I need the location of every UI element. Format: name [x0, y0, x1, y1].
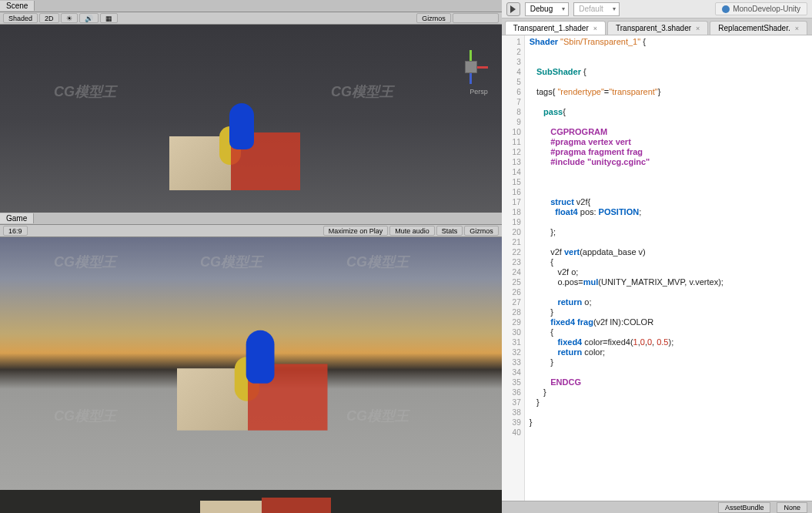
code-line[interactable]: v2f vert(appdata_base v) [530, 247, 807, 257]
line-number: 19 [502, 217, 524, 227]
2d-toggle[interactable]: 2D [39, 13, 59, 23]
code-line[interactable]: struct v2f{ [530, 197, 807, 207]
code-line[interactable]: } [530, 357, 807, 367]
mute-audio-toggle[interactable]: Mute audio [389, 226, 435, 236]
code-line[interactable] [530, 217, 807, 227]
file-tab-2[interactable]: ReplacementShader.× [710, 21, 807, 35]
code-line[interactable]: fixed4 color=fixed4(1,0,0, 0.5); [530, 337, 807, 347]
game-tab-bar: Game [0, 213, 502, 225]
code-line[interactable]: { [530, 257, 807, 267]
maximize-on-play-toggle[interactable]: Maximize on Play [323, 226, 389, 236]
close-icon[interactable]: × [593, 25, 597, 32]
watermark: CG模型王 [346, 253, 409, 271]
close-icon[interactable]: × [696, 25, 700, 32]
code-line[interactable]: } [530, 307, 807, 317]
code-line[interactable]: float4 pos: POSITION; [530, 207, 807, 217]
watermark: CG模型王 [346, 407, 409, 425]
line-number: 25 [502, 277, 524, 287]
debug-dropdown[interactable]: Debug [525, 2, 569, 16]
line-number: 13 [502, 157, 524, 167]
line-number: 35 [502, 377, 524, 387]
assetbundle-label[interactable]: AssetBundle [718, 502, 771, 513]
code-line[interactable] [530, 77, 807, 87]
perspective-label[interactable]: Persp [469, 88, 488, 96]
line-number: 16 [502, 187, 524, 197]
file-tab-label: Transparent_3.shader [616, 24, 691, 32]
code-line[interactable]: }; [530, 227, 807, 237]
code-line[interactable] [530, 117, 807, 127]
code-line[interactable] [530, 97, 807, 107]
scene-viewport[interactable]: Persp CG模型王 CG模型王 [0, 25, 502, 213]
code-line[interactable] [530, 237, 807, 247]
code-line[interactable]: o.pos=mul(UNITY_MATRIX_MVP, v.vertex); [530, 277, 807, 287]
code-line[interactable]: { [530, 327, 807, 337]
line-number: 11 [502, 137, 524, 147]
code-line[interactable] [530, 167, 807, 177]
code-line[interactable]: fixed4 frag(v2f IN):COLOR [530, 317, 807, 327]
code-line[interactable] [530, 287, 807, 297]
ide-app-label[interactable]: MonoDevelop-Unity [715, 2, 807, 15]
code-line[interactable]: v2f o; [530, 267, 807, 277]
code-line[interactable]: return o; [530, 297, 807, 307]
close-icon[interactable]: × [795, 25, 799, 32]
game-tab[interactable]: Game [0, 213, 34, 223]
code-line[interactable] [530, 407, 807, 417]
reflection-red [262, 498, 331, 513]
audio-toggle[interactable]: 🔊 [79, 13, 99, 23]
code-line[interactable]: Shader "Sbin/Transparent_1" { [530, 37, 807, 47]
shading-dropdown[interactable]: Shaded [3, 13, 38, 23]
game-viewport[interactable]: CG模型王 CG模型王 CG模型王 CG模型王 CG模型王 [0, 237, 502, 513]
line-number: 1 [502, 37, 524, 47]
code-line[interactable] [530, 57, 807, 67]
line-number: 6 [502, 87, 524, 97]
ide-app-name: MonoDevelop-Unity [733, 5, 800, 13]
watermark: CG模型王 [54, 82, 116, 101]
game-gizmos-dropdown[interactable]: Gizmos [464, 226, 499, 236]
code-content[interactable]: Shader "Sbin/Transparent_1" { SubShader … [525, 35, 812, 501]
line-gutter: 1234567891011121314151617181920212223242… [502, 35, 525, 501]
reflection-beige [200, 501, 262, 513]
code-line[interactable]: CGPROGRAM [530, 127, 807, 137]
code-line[interactable]: } [530, 397, 807, 407]
file-tab-1[interactable]: Transparent_3.shader× [607, 21, 708, 35]
code-line[interactable]: return color; [530, 347, 807, 357]
light-toggle[interactable]: ☀ [61, 13, 78, 23]
gizmo-cube-icon [465, 61, 477, 73]
stats-toggle[interactable]: Stats [436, 226, 463, 236]
run-button[interactable] [506, 2, 520, 16]
code-line[interactable] [530, 428, 807, 438]
code-line[interactable]: SubShader { [530, 67, 807, 77]
target-dropdown[interactable]: Default [573, 2, 620, 16]
watermark: CG模型王 [54, 407, 116, 425]
file-tab-label: Transparent_1.shader [513, 24, 589, 32]
code-line[interactable] [530, 367, 807, 377]
code-line[interactable]: #include "unitycg.cginc" [530, 157, 807, 167]
line-number: 3 [502, 57, 524, 67]
aspect-dropdown[interactable]: 16:9 [3, 226, 28, 236]
line-number: 27 [502, 297, 524, 307]
orientation-gizmo[interactable] [456, 52, 486, 82]
fx-toggle[interactable]: ▦ [100, 13, 118, 23]
line-number: 7 [502, 97, 524, 107]
code-line[interactable] [530, 187, 807, 197]
scene-tab[interactable]: Scene [0, 1, 35, 11]
game-toolbar: 16:9 Maximize on Play Mute audio Stats G… [0, 225, 502, 237]
code-area[interactable]: 1234567891011121314151617181920212223242… [502, 35, 812, 501]
code-line[interactable]: pass{ [530, 107, 807, 117]
code-line[interactable] [530, 177, 807, 187]
line-number: 18 [502, 207, 524, 217]
gizmos-dropdown[interactable]: Gizmos [416, 13, 451, 23]
scene-toolbar: Shaded 2D ☀ 🔊 ▦ Gizmos [0, 12, 502, 25]
code-line[interactable]: #pragma fragment frag [530, 147, 807, 157]
code-line[interactable]: } [530, 417, 807, 428]
code-line[interactable]: tags{ "rendertype"="transparent"} [530, 87, 807, 97]
scene-search[interactable] [453, 13, 499, 23]
code-line[interactable] [530, 47, 807, 57]
code-line[interactable]: } [530, 387, 807, 397]
none-label[interactable]: None [777, 502, 807, 513]
line-number: 33 [502, 357, 524, 367]
code-line[interactable]: ENDCG [530, 377, 807, 387]
file-tab-0[interactable]: Transparent_1.shader× [505, 21, 606, 35]
code-line[interactable]: #pragma vertex vert [530, 137, 807, 147]
line-number: 4 [502, 67, 524, 77]
